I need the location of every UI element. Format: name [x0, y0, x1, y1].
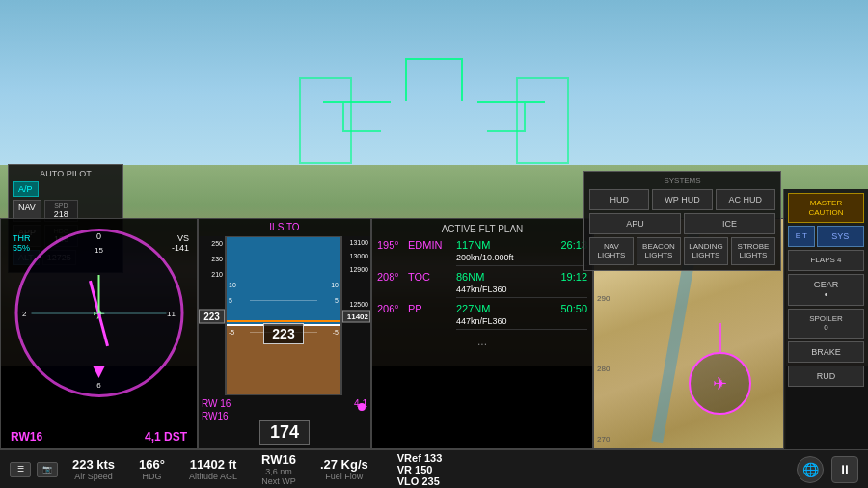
spoiler-button[interactable]: SPOILER0 — [788, 309, 864, 339]
adi-sky — [227, 237, 340, 324]
globe-symbol: 🌐 — [802, 462, 819, 477]
hud-button[interactable]: HUD — [589, 189, 649, 210]
camera-icon[interactable]: 📷 — [37, 462, 58, 477]
fuel-stat: .27 Kg/s Fuel Flow — [320, 457, 368, 481]
airspeed-stat: 223 kts Air Speed — [72, 457, 115, 481]
nextwp-label: Next WP — [261, 476, 296, 486]
altitude-value: 11402 ft — [190, 457, 236, 472]
flt-plan-row-3: 206° PP 227NM 50:50 — [377, 303, 587, 314]
brake-button[interactable]: BRAKE — [788, 341, 864, 363]
strobe-lights-button[interactable]: STROBELIGHTS — [731, 237, 775, 265]
alt-13000: 13000 — [342, 250, 370, 263]
pause-symbol: ⏸ — [838, 462, 852, 477]
camera-icon-symbol: 📷 — [42, 465, 52, 474]
flt-more: ... — [377, 335, 587, 348]
wp-hud-button[interactable]: WP HUD — [652, 189, 712, 210]
hud-overlay — [323, 58, 545, 132]
ils-rw-label: RW 16 — [202, 398, 231, 409]
hdg-bottom-label: HDG — [143, 472, 162, 481]
flt-dist-1: 117NM — [456, 239, 560, 251]
compass-n: 0 — [96, 231, 101, 241]
vref-stat: VRef 133 VR 150 VLO 235 — [397, 452, 442, 487]
bottom-bar: ☰ 📷 223 kts Air Speed 166° HDG 11402 ft … — [0, 449, 868, 488]
spd-210: 210 — [199, 267, 225, 283]
flt-speed-3: 447kn/FL360 — [456, 316, 587, 330]
hsi-bottom: RW16 4,1 DST — [1, 430, 197, 444]
flt-wp-3: PP — [408, 303, 456, 314]
systems-row-1: HUD WP HUD AC HUD — [589, 189, 775, 210]
et-sys-row: E T SYS — [788, 226, 864, 247]
flt-speed-2: 447kn/FL360 — [456, 285, 587, 298]
flt-deg-3: 206° — [377, 303, 408, 314]
beacon-lights-button[interactable]: BEACONLIGHTS — [637, 237, 681, 265]
ice-button[interactable]: ICE — [684, 213, 775, 234]
adi-scale-line-top — [244, 285, 324, 285]
spd-label: SPD — [49, 203, 73, 209]
globe-icon[interactable]: 🌐 — [797, 456, 824, 483]
apu-button[interactable]: APU — [589, 213, 681, 234]
adi-center: 223 — [226, 323, 341, 344]
landing-lights-button[interactable]: LANDINGLIGHTS — [684, 237, 728, 265]
nextwp-dist: 3,6 nm — [265, 467, 292, 476]
adi-center-box: 223 — [263, 323, 303, 344]
map-scale-280: 280 — [597, 365, 610, 373]
nextwp-value: RW16 — [261, 452, 296, 467]
adi-scale-line-2 — [250, 300, 318, 301]
spd-230: 230 — [199, 252, 225, 267]
ac-hud-button[interactable]: AC HUD — [716, 189, 775, 210]
airspeed-label: Air Speed — [74, 472, 113, 481]
flt-time-2: 19:12 — [560, 271, 587, 283]
vref-value: VRef 133 — [397, 452, 442, 464]
map-course-line — [719, 323, 721, 352]
hsi-deviation — [32, 312, 167, 313]
flt-deg-1: 195° — [377, 239, 408, 251]
fuel-label: Fuel Flow — [325, 472, 363, 481]
flaps-button[interactable]: FLAPS 4 — [788, 250, 864, 271]
map-scale-290: 290 — [597, 294, 610, 303]
master-caution-button[interactable]: MASTERCAUTION — [788, 193, 864, 223]
flt-plan-title: ACTIVE FLT PLAN — [377, 224, 587, 234]
altitude-stat: 11402 ft Altitude AGL — [189, 457, 237, 481]
rud-button[interactable]: RUD — [788, 366, 864, 387]
map-scale-270: 270 — [597, 435, 610, 444]
flt-deg-2: 208° — [377, 271, 408, 283]
glide-slope-dot — [358, 403, 366, 411]
compass-15: 15 — [95, 246, 103, 255]
map-compass-rose: ✈ — [689, 352, 751, 415]
altitude-label: Altitude AGL — [189, 472, 237, 481]
flt-plan-row-2: 208° TOC 86NM 19:12 — [377, 271, 587, 283]
flt-wp-1: EDMIN — [408, 239, 456, 251]
flt-speed-1: 200kn/10.000ft — [456, 253, 587, 266]
menu-icon[interactable]: ☰ — [10, 462, 31, 477]
ils-title: ILS TO — [199, 219, 370, 235]
nav-lights-button[interactable]: NAVLIGHTS — [589, 237, 634, 265]
hsi-dist-label: 4,1 DST — [145, 430, 187, 444]
airspeed-value: 223 kts — [72, 457, 115, 472]
flt-plan-row-1: 195° EDMIN 117NM 26:13 — [377, 239, 587, 251]
hdg-stat: 166° HDG — [139, 457, 165, 481]
systems-row-3: NAVLIGHTS BEACONLIGHTS LANDINGLIGHTS STR… — [589, 237, 775, 265]
flt-plan-panel: ACTIVE FLT PLAN 195° EDMIN 117NM 26:13 2… — [371, 218, 593, 449]
hdg-bottom-value: 166° — [139, 457, 165, 472]
vr-value: VR 150 — [397, 464, 433, 475]
vlo-value: VLO 235 — [397, 475, 440, 487]
menu-icon-symbol: ☰ — [17, 465, 24, 474]
right-side-panel: MASTERCAUTION E T SYS FLAPS 4 GEAR• SPOI… — [783, 189, 868, 449]
compass-e: 11 — [167, 309, 176, 317]
systems-row-2: APU ICE — [589, 213, 775, 234]
adi-panel: ILS TO 250 230 210 223 190 10 5 -5 10 5 … — [198, 218, 371, 449]
fuel-value: .27 Kg/s — [320, 457, 368, 472]
compass-rose: 0 15 11 6 2 ✈ — [14, 229, 183, 397]
hsi-panel: THR 55% VS -141 0 15 11 6 2 ✈ — [0, 218, 198, 449]
adi-deg-r5: 5 — [335, 297, 339, 304]
ils-hdg-display: 174 — [259, 420, 310, 445]
pause-icon[interactable]: ⏸ — [831, 456, 858, 483]
gear-button[interactable]: GEAR• — [788, 274, 864, 306]
map-aircraft-symbol: ✈ — [713, 373, 727, 394]
ap-button[interactable]: A/P — [13, 181, 39, 197]
ils-bottom-row: RW 16 4,1 — [202, 398, 367, 409]
sys-button[interactable]: SYS — [817, 226, 864, 247]
adi-instrument: 10 5 -5 10 5 -5 — [226, 236, 341, 395]
hsi-rw-label: RW16 — [11, 430, 42, 444]
et-button[interactable]: E T — [788, 226, 815, 247]
